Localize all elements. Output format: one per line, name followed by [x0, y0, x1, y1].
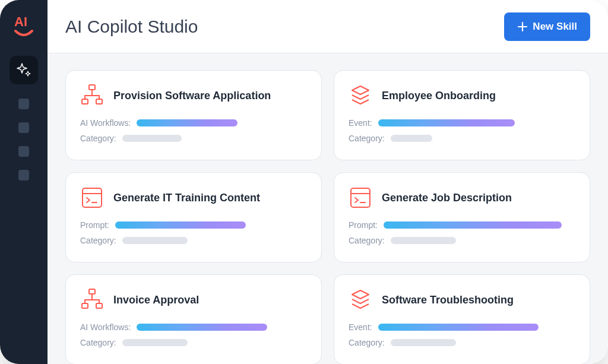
card-header: Provision Software Application: [80, 84, 307, 107]
value-bar: [384, 221, 562, 229]
card-header: Generate Job Description: [349, 186, 575, 210]
card-header: Software Troubleshooting: [349, 288, 575, 312]
value-bar: [378, 324, 539, 331]
header: AI Copilot Studio New Skill: [48, 0, 608, 53]
card-row: Category:: [349, 134, 575, 143]
value-bar: [391, 339, 456, 346]
row-label: Category:: [349, 134, 385, 143]
skill-card[interactable]: Invoice Approval AI Workflows: Category:: [65, 274, 322, 364]
terminal-icon: [80, 186, 104, 210]
logo: AI: [12, 12, 36, 39]
card-row: Category:: [349, 338, 575, 347]
sitemap-icon: [80, 84, 104, 107]
new-skill-button[interactable]: New Skill: [504, 12, 590, 41]
skill-card[interactable]: Employee Onboarding Event: Category:: [334, 70, 590, 160]
row-label: Event:: [349, 118, 372, 128]
row-label: Event:: [349, 322, 372, 332]
card-row: Category:: [80, 338, 307, 347]
row-label: Category:: [80, 338, 116, 347]
value-bar: [122, 237, 188, 244]
value-bar: [391, 135, 432, 142]
value-bar: [115, 221, 246, 229]
skill-card[interactable]: Provision Software Application AI Workfl…: [65, 70, 322, 160]
sidebar-item-placeholder[interactable]: [18, 99, 29, 109]
card-row: Category:: [80, 134, 307, 143]
content-scroll: Provision Software Application AI Workfl…: [48, 53, 608, 364]
card-row: Event:: [349, 118, 575, 128]
card-header: Employee Onboarding: [349, 84, 575, 107]
sparkle-icon: [15, 62, 32, 78]
card-row: Prompt:: [349, 220, 575, 230]
app-window: AI AI Copilot Studio New Skill: [0, 0, 608, 364]
row-label: Category:: [349, 236, 385, 245]
skill-card[interactable]: Software Troubleshooting Event: Category…: [334, 274, 590, 364]
card-title: Employee Onboarding: [382, 90, 496, 102]
sidebar: AI: [0, 0, 48, 364]
card-title: Software Troubleshooting: [382, 294, 514, 306]
row-label: AI Workflows:: [80, 118, 131, 128]
card-row: Event:: [349, 322, 575, 332]
value-bar: [378, 119, 515, 126]
sidebar-item-sparkle[interactable]: [10, 56, 38, 84]
card-row: Prompt:: [80, 220, 307, 230]
row-label: Category:: [80, 134, 116, 143]
row-label: AI Workflows:: [80, 322, 131, 332]
logo-icon: AI: [12, 12, 36, 39]
sidebar-item-placeholder[interactable]: [18, 170, 29, 181]
svg-text:AI: AI: [14, 14, 27, 29]
row-label: Category:: [349, 338, 385, 347]
value-bar: [137, 324, 267, 331]
card-title: Generate IT Training Content: [113, 192, 260, 204]
sitemap-icon: [80, 288, 104, 312]
card-row: AI Workflows:: [80, 118, 307, 128]
row-label: Prompt:: [80, 220, 109, 230]
value-bar: [137, 119, 238, 126]
card-title: Invoice Approval: [113, 294, 199, 306]
row-label: Category:: [80, 236, 116, 245]
stack-icon: [349, 288, 372, 312]
page-title: AI Copilot Studio: [65, 17, 504, 37]
row-label: Prompt:: [349, 220, 378, 230]
card-row: Category:: [349, 236, 575, 245]
card-title: Provision Software Application: [113, 90, 271, 102]
stack-icon: [349, 84, 372, 107]
skill-card[interactable]: Generate IT Training Content Prompt: Cat…: [65, 172, 322, 262]
skill-grid: Provision Software Application AI Workfl…: [65, 70, 602, 364]
value-bar: [122, 339, 188, 346]
card-header: Generate IT Training Content: [80, 186, 307, 210]
main-area: AI Copilot Studio New Skill Provision So…: [48, 0, 608, 364]
card-header: Invoice Approval: [80, 288, 307, 312]
sidebar-item-placeholder[interactable]: [18, 122, 29, 133]
value-bar: [391, 237, 456, 244]
card-row: Category:: [80, 236, 307, 245]
new-skill-label: New Skill: [533, 21, 577, 33]
sidebar-item-placeholder[interactable]: [18, 146, 29, 157]
card-row: AI Workflows:: [80, 322, 307, 332]
value-bar: [122, 135, 182, 142]
terminal-icon: [349, 186, 372, 210]
skill-card[interactable]: Generate Job Description Prompt: Categor…: [334, 172, 590, 262]
card-title: Generate Job Description: [382, 192, 512, 204]
plus-icon: [517, 21, 528, 32]
